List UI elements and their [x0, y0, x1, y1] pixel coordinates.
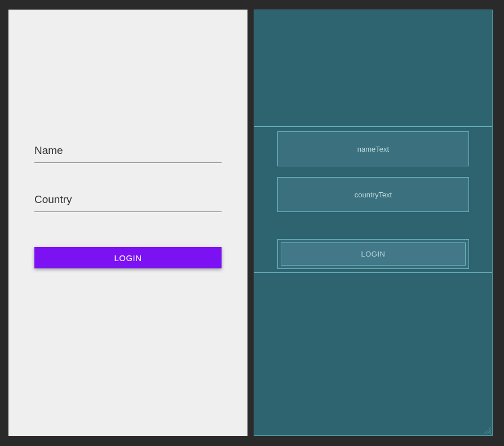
blueprint-login-button: LOGIN: [281, 242, 466, 266]
name-field-wrap: [34, 141, 222, 163]
blueprint-panel: nameText countryText LOGIN: [254, 10, 493, 436]
name-field[interactable]: [34, 141, 222, 163]
blueprint-name-text[interactable]: nameText: [277, 131, 469, 166]
login-button[interactable]: LOGIN: [34, 247, 222, 268]
preview-panel: LOGIN: [8, 10, 247, 436]
country-field[interactable]: [34, 190, 222, 212]
svg-line-2: [489, 432, 491, 434]
login-form: LOGIN: [34, 141, 222, 268]
resize-handle-icon[interactable]: [483, 426, 491, 434]
blueprint-login-outer[interactable]: LOGIN: [277, 239, 469, 269]
blueprint-country-text[interactable]: countryText: [277, 177, 469, 212]
blueprint-divider-top: [254, 126, 492, 127]
blueprint-divider-bottom: [254, 272, 492, 273]
country-field-wrap: [34, 190, 222, 212]
